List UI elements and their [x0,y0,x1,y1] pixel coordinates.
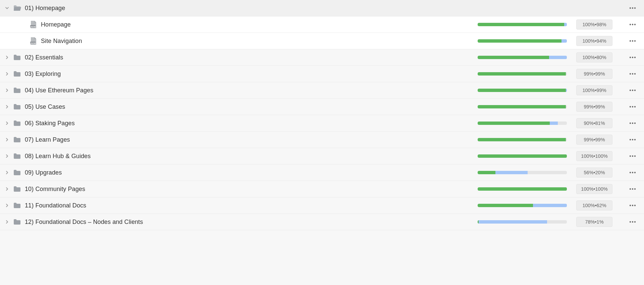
progress-stats: 99% • 99% [576,69,612,79]
stat-translated: 100% [582,88,595,93]
folder-row[interactable]: 10) Community Pages100% • 100% [0,181,644,197]
stat-approved: 1% [597,219,604,225]
svg-point-32 [632,155,633,157]
more-actions-icon[interactable] [628,135,637,144]
more-actions-icon[interactable] [628,118,637,128]
progress-bar [478,39,567,43]
folder-icon [13,86,21,95]
stat-approved: 99% [597,88,606,93]
chevron-right-icon[interactable] [5,121,9,126]
chevron-right-icon[interactable] [5,137,9,142]
progress-stats: 100% • 94% [576,36,612,46]
folder-row[interactable]: 09) Upgrades56% • 20% [0,164,644,181]
more-actions-icon[interactable] [628,151,637,161]
svg-point-37 [630,188,631,190]
folder-icon [13,201,21,210]
progress-bar [478,56,567,59]
progress-translated [561,39,567,43]
progress-bar [478,171,567,174]
progress-stats: 100% • 62% [576,200,612,210]
item-name[interactable]: 09) Upgrades [25,169,474,176]
svg-point-30 [634,139,636,140]
chevron-right-icon[interactable] [5,170,9,175]
progress-bar [478,154,567,158]
progress-approved [478,187,567,191]
progress-bar [478,122,567,125]
chevron-right-icon[interactable] [5,154,9,158]
progress-stats: 78% • 1% [576,217,612,227]
folder-row[interactable]: 01) Homepage [0,0,644,16]
svg-point-2 [634,7,636,9]
folder-row[interactable]: 04) Use Ethereum Pages100% • 99% [0,82,644,99]
progress-approved [478,171,495,174]
more-actions-icon[interactable] [628,184,637,194]
item-name[interactable]: 06) Staking Pages [25,120,474,127]
folder-row[interactable]: 12) Foundational Docs – Nodes and Client… [0,214,644,230]
progress-stats: 90% • 81% [576,118,612,128]
item-name[interactable]: 02) Essentials [25,54,474,61]
folder-row[interactable]: 02) Essentials100% • 80% [0,49,644,66]
folder-row[interactable]: 08) Learn Hub & Guides100% • 100% [0,148,644,164]
svg-point-33 [634,155,636,157]
more-actions-icon[interactable] [628,86,637,95]
chevron-right-icon[interactable] [5,187,9,191]
chevron-right-icon[interactable] [5,203,9,208]
progress-approved [478,122,550,125]
item-name[interactable]: 05) Use Cases [25,103,474,110]
chevron-right-icon[interactable] [5,104,9,109]
stat-translated: 99% [584,104,593,109]
chevron-right-icon[interactable] [5,55,9,60]
more-actions-icon[interactable] [628,20,637,29]
progress-approved [478,56,549,59]
progress-bar [478,23,567,26]
item-name[interactable]: 10) Community Pages [25,186,474,193]
folder-row[interactable]: 03) Exploring99% • 99% [0,66,644,82]
item-name[interactable]: 08) Learn Hub & Guides [25,153,474,160]
svg-point-12 [634,40,636,42]
progress-bar [478,220,567,224]
more-actions-icon[interactable] [628,201,637,210]
folder-open-icon [13,4,21,12]
svg-point-17 [632,73,633,75]
file-row[interactable]: JSONSite Navigation100% • 94% [0,33,644,49]
stat-translated: 100% [582,22,595,27]
folder-row[interactable]: 05) Use Cases99% • 99% [0,99,644,115]
more-actions-icon[interactable] [628,102,637,111]
stat-translated: 100% [582,38,595,44]
item-name[interactable]: Site Navigation [41,38,474,45]
progress-bar [478,72,567,76]
chevron-right-icon[interactable] [5,72,9,76]
json-file-icon: JSON [29,20,38,29]
chevron-right-icon[interactable] [5,220,9,224]
item-name[interactable]: 03) Exploring [25,70,474,78]
more-actions-icon[interactable] [628,53,637,62]
progress-bar [478,204,567,207]
chevron-right-icon[interactable] [5,88,9,93]
progress-approved [478,204,533,207]
progress-translated [495,171,528,174]
item-name[interactable]: 12) Foundational Docs – Nodes and Client… [25,219,474,226]
progress-translated [566,89,567,92]
file-row[interactable]: JSONHomepage100% • 98% [0,16,644,33]
more-actions-icon[interactable] [628,69,637,79]
folder-row[interactable]: 11) Foundational Docs100% • 62% [0,197,644,214]
folder-icon [13,185,21,193]
svg-point-35 [632,172,633,173]
folder-row[interactable]: 07) Learn Pages99% • 99% [0,132,644,148]
progress-approved [478,39,561,43]
item-name[interactable]: 04) Use Ethereum Pages [25,87,474,94]
chevron-down-icon[interactable] [5,6,9,10]
item-name[interactable]: Homepage [41,21,474,28]
stat-approved: 99% [595,137,605,142]
svg-point-39 [634,188,636,190]
folder-icon [13,102,21,111]
item-name[interactable]: 07) Learn Pages [25,136,474,143]
more-actions-icon[interactable] [628,168,637,177]
more-actions-icon[interactable] [628,217,637,227]
more-actions-icon[interactable] [628,36,637,46]
item-name[interactable]: 11) Foundational Docs [25,202,474,209]
item-name[interactable]: 01) Homepage [25,5,474,12]
more-actions-icon[interactable] [628,3,637,13]
folder-row[interactable]: 06) Staking Pages90% • 81% [0,115,644,132]
progress-approved [478,23,564,26]
